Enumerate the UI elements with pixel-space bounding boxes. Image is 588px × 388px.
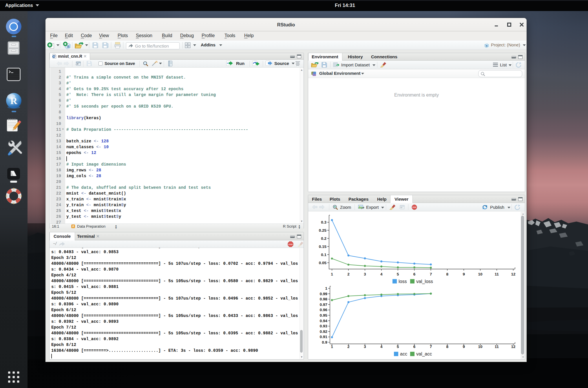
- svg-text:acc: acc: [400, 351, 407, 356]
- svg-text:R: R: [486, 44, 488, 47]
- svg-text:loss: loss: [399, 279, 407, 284]
- svg-text:3: 3: [364, 345, 366, 349]
- svg-text:11: 11: [495, 345, 499, 349]
- svg-text:STOP: STOP: [288, 244, 293, 245]
- svg-text:2: 2: [347, 272, 350, 276]
- svg-text:10: 10: [478, 272, 483, 276]
- svg-text:0.92: 0.92: [320, 329, 327, 334]
- svg-text:0.05: 0.05: [319, 261, 327, 265]
- svg-text:0.98: 0.98: [320, 297, 328, 301]
- svg-text:0.91: 0.91: [320, 335, 328, 339]
- svg-text:10: 10: [478, 345, 483, 349]
- svg-text:9: 9: [463, 345, 465, 349]
- svg-text:12: 12: [511, 345, 515, 349]
- svg-text:11: 11: [495, 272, 499, 276]
- svg-text:0.3: 0.3: [321, 220, 326, 224]
- svg-text:0.95: 0.95: [320, 313, 328, 318]
- svg-text:3: 3: [364, 272, 366, 276]
- svg-text:6: 6: [413, 345, 416, 349]
- svg-text:0.2: 0.2: [321, 236, 326, 241]
- svg-text:0.25: 0.25: [319, 228, 327, 233]
- svg-text:4: 4: [380, 272, 383, 276]
- svg-text:0.97: 0.97: [320, 302, 327, 307]
- svg-text:0.15: 0.15: [319, 244, 327, 249]
- svg-text:8: 8: [446, 345, 449, 349]
- svg-text:0.9: 0.9: [322, 340, 327, 345]
- svg-text:2: 2: [347, 345, 350, 349]
- svg-text:0.96: 0.96: [320, 308, 328, 312]
- svg-text:val_acc: val_acc: [416, 351, 432, 357]
- svg-text:R: R: [53, 55, 55, 58]
- svg-text:val_loss: val_loss: [416, 279, 433, 284]
- svg-text:5: 5: [397, 272, 399, 276]
- svg-text:0.93: 0.93: [320, 324, 328, 328]
- svg-text:12: 12: [511, 272, 515, 276]
- svg-text:8: 8: [446, 272, 449, 276]
- svg-text:7: 7: [430, 272, 432, 276]
- svg-text:0.94: 0.94: [320, 319, 328, 323]
- svg-text:4: 4: [380, 345, 383, 349]
- svg-text:0.99: 0.99: [320, 292, 327, 296]
- svg-text:0.1: 0.1: [321, 253, 326, 257]
- svg-text:R: R: [67, 45, 70, 49]
- svg-text:1: 1: [331, 345, 333, 349]
- svg-text:1: 1: [331, 272, 333, 276]
- svg-text:1: 1: [325, 286, 327, 291]
- svg-text:6: 6: [413, 272, 416, 276]
- svg-text:7: 7: [430, 345, 432, 349]
- svg-text:5: 5: [397, 345, 399, 349]
- svg-text:STOP: STOP: [412, 207, 416, 208]
- svg-text:R: R: [10, 95, 17, 106]
- svg-text:9: 9: [463, 272, 465, 276]
